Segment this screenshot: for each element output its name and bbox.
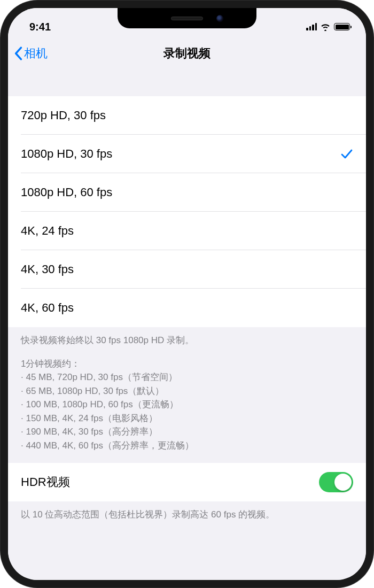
size-row: · 440 MB, 4K, 60 fps（高分辨率，更流畅） (21, 439, 353, 453)
resolution-label: 1080p HD, 60 fps (21, 185, 112, 199)
size-row: · 150 MB, 4K, 24 fps（电影风格） (21, 412, 353, 425)
content-area: 720p HD, 30 fps 1080p HD, 30 fps 1080p H… (8, 69, 366, 580)
resolution-footer: 快录视频将始终以 30 fps 1080p HD 录制。 1分钟视频约： · 4… (8, 327, 366, 463)
hdr-footer: 以 10 位高动态范围（包括杜比视界）录制高达 60 fps 的视频。 (8, 501, 366, 538)
size-row: · 190 MB, 4K, 30 fps（高分辨率） (21, 425, 353, 439)
resolution-label: 1080p HD, 30 fps (21, 147, 112, 161)
page-title: 录制视频 (8, 45, 366, 61)
quick-record-note: 快录视频将始终以 30 fps 1080p HD 录制。 (21, 334, 353, 347)
resolution-option[interactable]: 4K, 30 fps (8, 250, 366, 289)
checkmark-icon (340, 148, 353, 160)
notch (118, 8, 256, 28)
resolution-label: 4K, 60 fps (21, 301, 74, 315)
hdr-label: HDR视频 (21, 474, 70, 490)
resolution-list: 720p HD, 30 fps 1080p HD, 30 fps 1080p H… (8, 96, 366, 327)
back-button[interactable]: 相机 (13, 45, 48, 61)
size-row: · 65 MB, 1080p HD, 30 fps（默认） (21, 384, 353, 398)
resolution-label: 4K, 24 fps (21, 224, 74, 238)
nav-bar: 相机 录制视频 (8, 37, 366, 69)
resolution-option[interactable]: 1080p HD, 60 fps (8, 173, 366, 212)
resolution-label: 4K, 30 fps (21, 262, 74, 276)
resolution-option[interactable]: 1080p HD, 30 fps (8, 135, 366, 173)
cellular-signal-icon (306, 23, 317, 30)
hdr-video-row: HDR视频 (8, 463, 366, 501)
hdr-toggle[interactable] (319, 472, 353, 492)
size-intro: 1分钟视频约： (21, 357, 353, 371)
size-row: · 45 MB, 720p HD, 30 fps（节省空间） (21, 370, 353, 384)
resolution-option[interactable]: 720p HD, 30 fps (8, 96, 366, 135)
resolution-option[interactable]: 4K, 60 fps (8, 289, 366, 327)
chevron-left-icon (13, 47, 23, 60)
back-label: 相机 (24, 45, 48, 61)
battery-icon (334, 23, 350, 30)
resolution-option[interactable]: 4K, 24 fps (8, 212, 366, 250)
status-time: 9:41 (29, 21, 51, 33)
resolution-label: 720p HD, 30 fps (21, 109, 106, 122)
wifi-icon (320, 23, 331, 31)
size-row: · 100 MB, 1080p HD, 60 fps（更流畅） (21, 398, 353, 412)
